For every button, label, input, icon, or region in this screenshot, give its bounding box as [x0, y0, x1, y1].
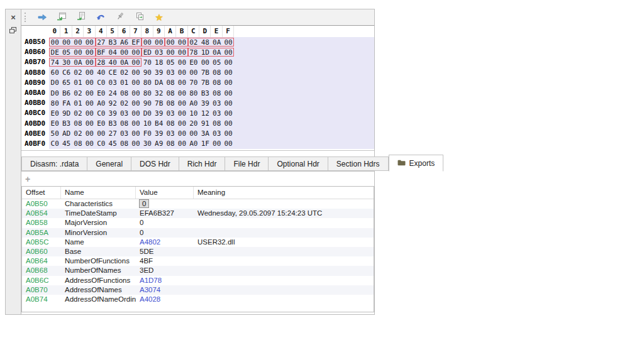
hex-byte[interactable]: CE [107, 69, 118, 77]
hex-byte[interactable]: 00 [223, 38, 234, 47]
hex-byte[interactable]: A6 [118, 38, 130, 47]
hex-byte[interactable]: 03 [165, 69, 176, 77]
hex-byte[interactable]: 40 [107, 58, 118, 67]
hex-byte[interactable]: C6 [60, 69, 72, 77]
hex-byte[interactable]: EF [130, 38, 142, 47]
hex-byte[interactable]: B4 [153, 119, 165, 128]
hex-byte[interactable]: 00 [84, 69, 95, 77]
hex-byte[interactable]: 18 [153, 58, 165, 67]
hex-byte[interactable]: 00 [188, 69, 199, 77]
hex-byte[interactable]: F0 [142, 129, 153, 138]
cell-value[interactable]: A1D78 [136, 276, 194, 285]
hex-byte[interactable]: 39 [199, 99, 211, 107]
hex-byte[interactable]: 00 [84, 48, 95, 57]
hex-byte[interactable]: 08 [165, 89, 176, 97]
col-header-meaning[interactable]: Meaning [194, 187, 374, 199]
hex-byte-area[interactable]: 74300A0028400A0070180500E0000500 [49, 57, 374, 67]
save-report-button[interactable] [75, 12, 87, 23]
hex-byte-area[interactable]: 60C6020040CE020090390300007B0800 [49, 68, 374, 78]
hex-byte[interactable]: 30 [142, 140, 153, 148]
hex-byte[interactable]: 27 [96, 38, 107, 47]
hex-byte[interactable]: 05 [60, 48, 72, 57]
hex-byte[interactable]: ED [142, 48, 153, 57]
hex-byte-area[interactable]: E09D0200C0390300D039030010120300 [49, 108, 374, 118]
hex-byte[interactable]: 08 [165, 99, 176, 107]
exports-row-addressofnameordinals[interactable]: A0B74AddressOfNameOrdinalsA4028 [22, 295, 374, 304]
hex-byte[interactable]: 03 [153, 48, 165, 57]
hex-byte[interactable]: 00 [188, 129, 199, 138]
arrow-right-button[interactable] [36, 12, 48, 23]
hex-byte[interactable]: 32 [153, 89, 165, 97]
hex-byte[interactable]: 7B [153, 99, 165, 107]
tab-file-hdr[interactable]: File Hdr [225, 156, 269, 171]
hex-byte[interactable]: 00 [223, 58, 234, 67]
hex-byte[interactable]: 08 [211, 69, 222, 77]
hex-byte[interactable]: 03 [211, 99, 222, 107]
hex-byte[interactable]: FA [60, 99, 72, 107]
hex-byte[interactable]: 00 [211, 140, 222, 148]
hex-byte[interactable]: 02 [188, 38, 199, 47]
hex-byte[interactable]: 74 [49, 58, 60, 67]
hex-byte[interactable]: 00 [130, 129, 142, 138]
tab-disasm-rdata[interactable]: Disasm: .rdata [21, 156, 87, 171]
hex-byte[interactable]: B3 [199, 89, 211, 97]
hex-byte[interactable]: 00 [176, 119, 187, 128]
hex-byte[interactable]: 00 [84, 79, 95, 87]
hex-byte[interactable]: 70 [142, 58, 153, 67]
exports-row-numberofnames[interactable]: A0B68NumberOfNames3ED [22, 266, 374, 275]
hex-byte[interactable]: 00 [84, 129, 95, 138]
hex-byte[interactable]: 39 [153, 129, 165, 138]
close-button[interactable]: × [8, 11, 19, 22]
hex-byte[interactable]: 00 [142, 38, 153, 47]
hex-byte[interactable]: 3A [199, 129, 211, 138]
hex-byte[interactable]: 00 [72, 48, 84, 57]
hex-byte[interactable]: 08 [165, 79, 176, 87]
hex-byte[interactable]: D0 [49, 89, 60, 97]
hex-byte[interactable]: 00 [130, 79, 142, 87]
hex-byte[interactable]: 08 [211, 119, 222, 128]
hex-byte[interactable]: 00 [84, 38, 95, 47]
hex-byte[interactable]: 00 [223, 140, 234, 148]
hex-byte-area[interactable]: D0B60200E02408008032080080B30800 [49, 88, 374, 98]
hex-byte[interactable]: 00 [130, 48, 142, 57]
hex-byte[interactable]: 00 [176, 38, 187, 47]
hex-byte[interactable]: 10 [188, 109, 199, 118]
hex-byte[interactable]: 01 [118, 79, 130, 87]
hex-byte[interactable]: 9D [60, 109, 72, 118]
hex-byte[interactable]: 00 [223, 99, 234, 107]
hex-byte[interactable]: 39 [107, 109, 118, 118]
tab-rich-hdr[interactable]: Rich Hdr [179, 156, 226, 171]
hex-byte[interactable]: 00 [84, 58, 95, 67]
hex-byte[interactable]: 78 [188, 48, 199, 57]
hex-byte[interactable]: 00 [223, 79, 234, 87]
hex-byte[interactable]: 01 [72, 79, 84, 87]
hex-byte[interactable]: 90 [142, 99, 153, 107]
tab-section-hdrs[interactable]: Section Hdrs [328, 156, 389, 171]
hex-byte[interactable]: B3 [107, 119, 118, 128]
hex-byte[interactable]: 80 [49, 99, 60, 107]
exports-row-minorversion[interactable]: A0B5AMinorVersion0 [22, 228, 374, 238]
hex-byte[interactable]: 00 [176, 69, 187, 77]
hex-byte[interactable]: 80 [188, 89, 199, 97]
hex-byte[interactable]: 24 [107, 89, 118, 97]
hex-byte[interactable]: E0 [49, 119, 60, 128]
hex-byte[interactable]: 1D [199, 48, 211, 57]
float-button[interactable] [8, 25, 19, 36]
hex-byte[interactable]: D0 [142, 109, 153, 118]
hex-byte-area[interactable]: 80FA0100A0920200907B0800A0390300 [49, 98, 374, 108]
hex-byte[interactable]: 02 [72, 129, 84, 138]
hex-byte[interactable]: E0 [188, 58, 199, 67]
cell-value[interactable]: A4028 [136, 295, 194, 304]
hex-byte[interactable]: 08 [118, 119, 130, 128]
hex-byte[interactable]: B3 [107, 38, 118, 47]
undo-button[interactable] [95, 12, 106, 23]
hex-byte[interactable]: 00 [49, 38, 60, 47]
hex-byte[interactable]: 08 [211, 79, 222, 87]
hex-byte[interactable]: A0 [188, 99, 199, 107]
hex-byte[interactable]: 00 [60, 38, 72, 47]
hex-byte[interactable]: 7B [199, 79, 211, 87]
exports-row-numberoffunctions[interactable]: A0B64NumberOfFunctions4BF [22, 256, 374, 266]
hex-byte[interactable]: 02 [118, 69, 130, 77]
hex-byte[interactable]: 00 [176, 109, 187, 118]
exports-row-addressofnames[interactable]: A0B70AddressOfNamesA3074 [22, 285, 374, 295]
